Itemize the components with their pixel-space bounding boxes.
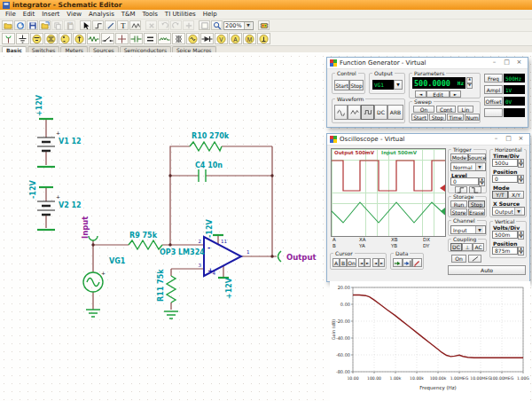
undo-icon[interactable]: [158, 20, 169, 30]
function-generator-window[interactable]: Function Generator - Virtual – □ × Contr…: [326, 57, 528, 128]
coupling-dc-button[interactable]: DC: [450, 243, 462, 251]
fg-prev-digit-button[interactable]: ◄: [415, 90, 426, 98]
voltsdiv-field[interactable]: 500m: [492, 231, 518, 239]
menu-analysis[interactable]: Analysis: [85, 11, 118, 18]
label-v1[interactable]: V1 12: [59, 138, 82, 145]
switch-icon[interactable]: [101, 33, 114, 44]
wire-icon[interactable]: [2, 33, 15, 44]
channel-marker[interactable]: [441, 208, 445, 215]
label-opamp[interactable]: OP3 LM324: [160, 248, 205, 256]
ampl-field-button[interactable]: Ampl: [484, 85, 503, 94]
menu-help[interactable]: Help: [200, 11, 221, 18]
sweep-num-button[interactable]: Num: [465, 114, 480, 121]
v-position-spinner[interactable]: ▲▼: [518, 247, 524, 255]
oscilloscope-window[interactable]: Oscilloscope - Virtual – □ × Output 500m…: [326, 133, 530, 282]
offset-field-button[interactable]: Offset: [484, 97, 503, 106]
minimize-button[interactable]: –: [489, 59, 500, 67]
label-rail-plus12[interactable]: +12V: [35, 94, 43, 116]
label-r9[interactable]: R9 75k: [129, 232, 158, 240]
trigger-mode-dropdown[interactable]: Normal▼: [450, 162, 486, 171]
fg-edit-button[interactable]: Edit: [426, 90, 450, 98]
xy-mode-button[interactable]: X/Y: [508, 191, 524, 199]
copy-icon[interactable]: [51, 20, 63, 30]
fg-next-digit-button[interactable]: ►: [450, 90, 461, 98]
trigger-mode-button[interactable]: Mode: [450, 153, 468, 161]
sweep-start-button[interactable]: Start: [411, 114, 428, 121]
square-wave-button[interactable]: [361, 105, 374, 120]
cursor-on-button[interactable]: On: [347, 258, 356, 267]
coupling-ac-button[interactable]: AC: [473, 243, 484, 251]
menu-t-m[interactable]: T&M: [118, 11, 139, 18]
sweep-stop-button[interactable]: Stop: [429, 114, 446, 121]
h-position-field[interactable]: 0: [492, 175, 518, 183]
zoom-in-icon[interactable]: [183, 20, 194, 30]
jumper-icon[interactable]: [115, 33, 129, 44]
transformer-icon[interactable]: [172, 33, 185, 44]
data-copy-icon-button[interactable]: [403, 258, 412, 267]
storage-erase-button[interactable]: Erase: [468, 208, 485, 216]
blank-field-button[interactable]: [484, 108, 503, 117]
coupling-gnd-button[interactable]: ⊥: [462, 243, 473, 251]
input-pin-icon[interactable]: [89, 236, 98, 240]
fg-output-dropdown[interactable]: ▼: [394, 80, 403, 90]
zoom-level-dropdown[interactable]: 200%▼: [223, 21, 254, 30]
fg-frequency-spinner[interactable]: ▲▼: [466, 77, 473, 89]
sweep-time-button[interactable]: Time: [447, 114, 464, 121]
menu-ti-utilities[interactable]: TI Utilities: [161, 11, 200, 18]
trigger-level-field[interactable]: 0: [450, 177, 479, 185]
menu-edit[interactable]: Edit: [20, 11, 39, 18]
cursor-b-button[interactable]: B: [340, 258, 347, 267]
interactive-mode-icon[interactable]: [258, 20, 270, 30]
resistor-r11[interactable]: [167, 276, 176, 303]
symbol-tool-icon[interactable]: [129, 20, 141, 30]
sweep-lin-button[interactable]: Lin: [458, 106, 473, 113]
auto-button[interactable]: Auto: [448, 265, 526, 275]
capacitor-c4[interactable]: [199, 169, 206, 182]
yt-mode-button[interactable]: Y/T: [492, 191, 508, 199]
ammeter-icon[interactable]: A: [229, 33, 242, 44]
battery-v1[interactable]: [37, 138, 55, 151]
label-v2[interactable]: V2 12: [59, 201, 82, 209]
fg-stop-button[interactable]: Stop: [349, 80, 364, 90]
timediv-field[interactable]: 500u: [492, 159, 518, 167]
label-output[interactable]: Output: [286, 253, 317, 262]
cursor-a-button[interactable]: A: [332, 258, 340, 267]
resistor-icon[interactable]: [87, 33, 100, 44]
inductor-icon[interactable]: [158, 33, 171, 44]
multimeter-icon[interactable]: M: [243, 33, 256, 44]
ground-icon[interactable]: [16, 33, 29, 44]
diode-icon[interactable]: [200, 33, 214, 44]
channel-on-button[interactable]: On: [451, 255, 466, 263]
export-icon[interactable]: [39, 20, 51, 30]
refresh-icon[interactable]: [14, 20, 26, 30]
minimize-button[interactable]: –: [490, 135, 502, 144]
trigger-source-button[interactable]: Source: [468, 153, 486, 161]
label-r11[interactable]: R11 75k: [157, 269, 165, 302]
trigger-marker[interactable]: [440, 185, 445, 192]
maximize-button[interactable]: □: [501, 59, 512, 67]
freq-field-button[interactable]: Freq: [484, 74, 503, 83]
label-opamp-plus12[interactable]: +12V: [225, 277, 233, 299]
timediv-spinner[interactable]: ▲▼: [518, 159, 524, 167]
storage-run-button[interactable]: Run: [450, 200, 467, 208]
sweep-cont-button[interactable]: Cont: [436, 106, 456, 113]
close-button[interactable]: ×: [515, 135, 527, 144]
capacitor-icon[interactable]: [129, 33, 143, 44]
maximize-button[interactable]: □: [503, 135, 514, 144]
h-position-spinner[interactable]: ▲▼: [518, 175, 524, 183]
data-edit-icon-button[interactable]: [412, 258, 422, 267]
cursor-step-right-button[interactable]: ►: [379, 258, 385, 267]
current-source-icon[interactable]: [73, 33, 86, 44]
label-input[interactable]: Input: [81, 216, 90, 239]
slope-button[interactable]: [468, 255, 481, 263]
channel-dropdown[interactable]: Input▼: [450, 225, 486, 234]
draw-line-icon[interactable]: [105, 20, 116, 30]
ground-r11[interactable]: [164, 311, 178, 318]
data-export-icon-button[interactable]: [393, 258, 403, 267]
voltage-generator-icon[interactable]: [186, 33, 200, 44]
label-opamp-minus12[interactable]: -12V: [206, 219, 214, 238]
sweep-on-button[interactable]: On: [413, 106, 434, 113]
save-icon[interactable]: [27, 20, 38, 30]
voltage-source-icon[interactable]: [59, 33, 72, 44]
oscilloscope-titlebar[interactable]: Oscilloscope - Virtual – □ ×: [327, 134, 529, 145]
